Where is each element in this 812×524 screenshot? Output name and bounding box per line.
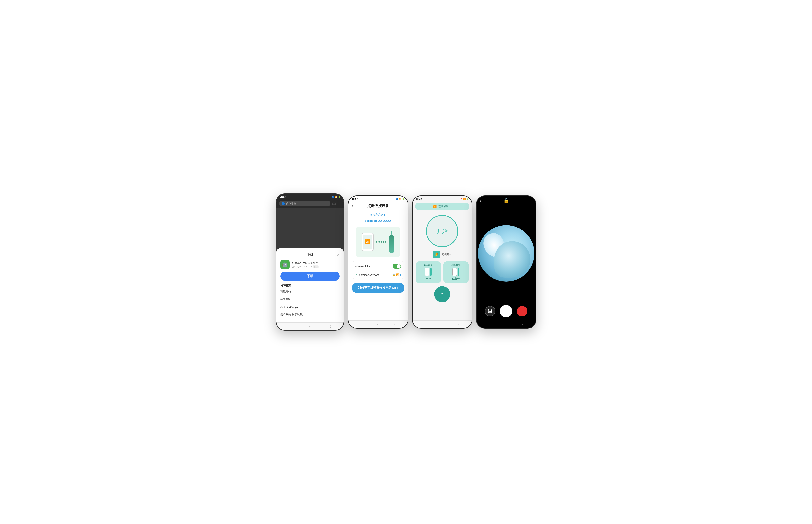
time-1: 15:53: [280, 195, 286, 198]
ear-inner: [494, 241, 530, 278]
stats-row: 剩余电量 75% 剩余时间 51分钟: [416, 261, 469, 283]
battery-icon-1: 🔋: [338, 196, 340, 198]
menu-dots-icon[interactable]: ⋮: [338, 201, 341, 206]
nav-home-2[interactable]: ○: [377, 323, 379, 326]
battery-value: 75%: [426, 277, 431, 280]
nav-home-3[interactable]: ○: [441, 323, 443, 326]
battery-stat: 剩余电量 75%: [416, 261, 441, 283]
edit-icon: ✏: [316, 262, 318, 264]
nav-menu-3[interactable]: ☰: [424, 323, 426, 326]
home-button[interactable]: ⌂: [434, 286, 450, 302]
nav-bar-4: ☰ ○ ◁: [477, 321, 536, 328]
nav-back-3[interactable]: ◁: [458, 323, 460, 326]
headphone-icon: 🎧: [332, 201, 336, 206]
phone-mockup: 📶: [361, 233, 374, 251]
back-button-4[interactable]: ‹: [480, 198, 481, 203]
search-text: 搜你想看: [286, 202, 296, 205]
capture-button[interactable]: [500, 305, 512, 317]
download-button[interactable]: 下载: [281, 272, 340, 281]
dot-1: [376, 241, 377, 243]
close-button[interactable]: ✕: [337, 252, 340, 257]
app-icon: 🤖: [281, 260, 290, 269]
wireless-lan-label: wireless LAN: [355, 265, 370, 268]
device-info-box: 👂 可视耳勺: [433, 250, 452, 258]
gallery-icon: 🖼: [488, 309, 492, 314]
phone2-screen: 15:57 🔵 📶 🔋 ‹ 点击连接设备 连接产品WiFi earclean-X…: [349, 196, 408, 328]
status-icons-1: 🔵 📶 🔋: [332, 196, 340, 198]
wireless-lan-row: wireless LAN: [352, 261, 404, 271]
phone-1: 15:53 🔵 📶 🔋 🔵 搜你想看 🎧 ⋮ 下载: [276, 194, 344, 330]
device-illustration: 📶: [356, 227, 401, 257]
camera-controls: 🖼: [477, 302, 536, 321]
nav-back-4[interactable]: ◁: [522, 323, 524, 326]
phone-small: [425, 268, 429, 276]
phone-3: 16:19 📍 📶 🔋 📶 连接成功！ 开始: [412, 196, 472, 328]
status-icons-3: 📍 📶 🔋: [460, 198, 469, 200]
success-text: 连接成功！: [438, 204, 451, 208]
phone4-screen: ‹ 🔒 🖼 ☰ ○ ◁: [477, 196, 536, 328]
signal-icon-1: 📶: [335, 196, 337, 198]
wifi-toggle[interactable]: [393, 264, 401, 269]
loc-icon-3: 📍: [460, 198, 462, 200]
earclean-device: [389, 231, 394, 253]
nav-back-1[interactable]: ◁: [328, 325, 331, 328]
device-tip: [391, 231, 392, 234]
time-label: 剩余时间: [452, 264, 460, 267]
app-name: 可视耳勺-v1....2.apk ✏: [292, 261, 340, 265]
phone3-content: 开始 👂 可视耳勺 剩余电量: [412, 212, 472, 321]
checkmark-icon: ✓: [355, 273, 358, 277]
device-name-text: earclean-XX-XXXX: [365, 219, 391, 223]
nav-home-4[interactable]: ○: [505, 323, 507, 326]
start-circle[interactable]: 开始: [426, 215, 458, 247]
page-title-2: 点击连接设备: [367, 203, 389, 208]
bt-icon-2: 🔵: [396, 198, 399, 200]
nav-bar-1: ☰ ○ ◁: [276, 323, 344, 330]
phone2-content: 连接产品WiFi earclean-XX-XXXX 📶: [349, 210, 408, 321]
record-button[interactable]: [517, 306, 527, 316]
lock-icon-p4: 🔒: [503, 198, 509, 203]
nav-back-2[interactable]: ◁: [394, 323, 396, 326]
info-icon[interactable]: ℹ: [400, 273, 401, 277]
camera-view: [477, 205, 536, 302]
phone4-header: ‹ 🔒: [477, 196, 536, 205]
search-bar[interactable]: 🔵 搜你想看: [279, 200, 331, 207]
home-icon: ⌂: [440, 291, 444, 297]
phone1-screen: 15:53 🔵 📶 🔋 🔵 搜你想看 🎧 ⋮ 下载: [276, 194, 344, 330]
status-bar-2: 15:57 🔵 📶 🔋: [349, 196, 408, 201]
nav-menu-2[interactable]: ☰: [360, 323, 362, 326]
nav-menu-1[interactable]: ☰: [289, 325, 292, 328]
chevron-icon: ›: [339, 298, 340, 301]
dot-2: [378, 241, 380, 243]
lock-icon: 🔒: [392, 274, 395, 276]
nav-bar-2: ☰ ○ ◁: [349, 321, 408, 328]
nav-menu-4[interactable]: ☰: [488, 323, 491, 326]
dot-5: [385, 241, 386, 243]
gallery-button[interactable]: 🖼: [485, 306, 495, 316]
status-bar-1: 15:53 🔵 📶 🔋: [276, 194, 344, 199]
time-3: 16:19: [416, 197, 422, 200]
status-icons-2: 🔵 📶 🔋: [396, 198, 405, 200]
wifi-icon-3: 📶: [463, 198, 466, 200]
phone1-topbar: 🔵 搜你想看 🎧 ⋮: [276, 199, 344, 208]
nav-bar-3: ☰ ○ ◁: [412, 321, 472, 328]
app-info: 可视耳勺-v1....2.apk ✏ 文件大小：14.43MB 未知: [292, 261, 340, 268]
list-item-android[interactable]: Android(Google) ›: [281, 303, 340, 311]
phone-small-2: [453, 268, 457, 276]
search-dot-icon: 🔵: [282, 202, 285, 205]
device-section-title: 可视耳勺: [281, 290, 340, 294]
phone2-header: ‹ 点击连接设备: [349, 201, 408, 210]
success-banner: 📶 连接成功！: [415, 202, 469, 210]
nav-home-1[interactable]: ○: [309, 325, 311, 328]
battery-label: 剩余电量: [424, 264, 433, 267]
list-item-harmonyos[interactable]: 安卓系统(兼容鸿蒙) ›: [281, 311, 340, 318]
size-tag: 未知: [312, 265, 319, 268]
network-row[interactable]: ✓ earclean-xx-xxxx 🔒 📶 ℹ: [352, 271, 404, 279]
list-item-apple[interactable]: 苹果系统 ›: [281, 295, 340, 303]
connect-wifi-label: 连接产品WiFi: [370, 213, 387, 217]
connect-wifi-button[interactable]: 跳转至手机设置连接产品WiFi: [352, 283, 405, 293]
battery-icon-3: 🔋: [466, 198, 469, 200]
back-button-2[interactable]: ‹: [352, 203, 353, 208]
download-title: 下载: [281, 252, 340, 257]
app-size: 文件大小：14.43MB 未知: [292, 265, 340, 268]
battery-icon-2: 🔋: [402, 198, 405, 200]
